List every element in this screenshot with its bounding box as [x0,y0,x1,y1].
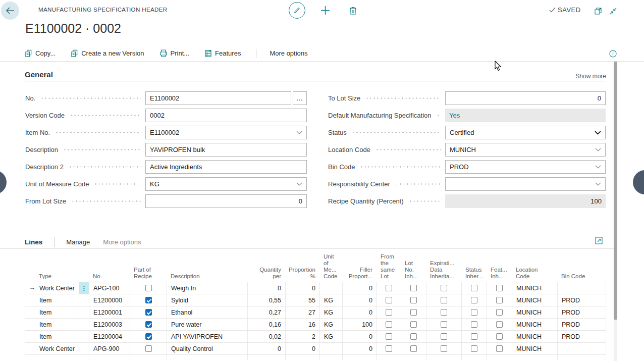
new-button[interactable] [319,4,332,17]
features-button[interactable]: Features [204,49,241,57]
cell-bin-code[interactable] [558,282,607,294]
cell-description[interactable]: API YAVIPROFEN [167,331,248,342]
part-of-recipe-checkbox[interactable] [145,309,152,316]
from-same-lot-checkbox[interactable] [386,321,392,328]
expand-lines-button[interactable] [595,236,603,245]
column-header-uom-code[interactable]: Unit of Me... Code [319,253,342,282]
status-select[interactable]: Certified [445,126,606,139]
cell-proportion[interactable]: 55 [286,294,320,306]
cell-uom-code[interactable]: KG [320,319,343,330]
status-inherit-checkbox[interactable] [471,297,477,303]
cell-description[interactable]: Syloid [167,294,248,306]
feature-inherit-checkbox[interactable] [496,345,503,352]
cell-type[interactable]: Item [25,306,79,318]
row-menu-button[interactable] [79,319,89,330]
cell-type[interactable]: Item [25,319,79,330]
cell-no[interactable]: E1200004 [89,331,130,342]
cell-description[interactable]: Quality Control [167,343,248,354]
description-input[interactable]: YAVIPROFEN bulk [145,143,307,157]
no-assist-edit-button[interactable]: … [293,91,307,105]
back-button[interactable] [1,2,19,20]
status-inherit-checkbox[interactable] [471,321,477,328]
item-no-dropdown[interactable]: E1100002 [145,126,307,139]
cell-description[interactable]: Weigh In [167,282,248,294]
cell-quantity-per[interactable]: 0,27 [248,306,286,318]
part-of-recipe-checkbox[interactable] [145,321,152,328]
feature-inherit-checkbox[interactable] [496,309,503,316]
from-same-lot-checkbox[interactable] [386,345,392,352]
cell-bin-code[interactable] [558,343,607,354]
create-version-button[interactable]: Create a new Version [71,49,144,57]
status-inherit-checkbox[interactable] [471,285,477,291]
no-input[interactable]: E1100002 [145,91,291,105]
delete-button[interactable] [347,5,359,17]
column-header-expiration-data-inherit[interactable]: Expirati... Data Inherita... [426,260,461,282]
lines-manage-button[interactable]: Manage [66,238,90,246]
column-header-status-inherit[interactable]: Status Inher... [461,267,487,282]
column-header-feature-inherit[interactable]: Feat... Inh... [487,267,512,282]
show-more-link[interactable]: Show more [575,73,606,80]
lines-more-options-button[interactable]: More options [103,238,141,246]
cell-location-code[interactable]: MUNICH [512,294,558,306]
cell-uom-code[interactable]: KG [320,331,343,342]
cell-quantity-per[interactable]: 0,55 [248,294,286,306]
cell-location-code[interactable]: MUNICH [512,319,558,330]
expiration-data-inherit-checkbox[interactable] [441,333,447,340]
cell-proportion[interactable]: 27 [286,306,320,318]
cell-location-code[interactable]: MUNICH [512,331,558,342]
feature-inherit-checkbox[interactable] [496,321,503,328]
cell-uom-code[interactable]: KG [320,294,343,306]
from-same-lot-checkbox[interactable] [386,297,392,303]
part-of-recipe-checkbox[interactable] [145,285,152,291]
feature-inherit-checkbox[interactable] [496,285,503,291]
lot-no-inherit-checkbox[interactable] [410,321,417,328]
expiration-data-inherit-checkbox[interactable] [441,345,447,352]
row-menu-button[interactable] [79,306,89,318]
cell-type[interactable]: Item [25,294,79,306]
cell-type[interactable]: Item [25,331,79,342]
cell-proportion[interactable]: 0 [286,282,320,294]
feature-inherit-checkbox[interactable] [496,297,503,303]
feature-inherit-checkbox[interactable] [496,333,503,340]
from-same-lot-checkbox[interactable] [386,285,392,291]
cell-no[interactable]: E1200001 [89,306,130,318]
default-manufacturing-specification-value[interactable]: Yes [449,112,460,119]
more-options-button[interactable]: More options [270,49,307,57]
expiration-data-inherit-checkbox[interactable] [441,297,447,303]
cell-filler-proportion[interactable]: 0 [343,294,377,306]
cell-uom-code[interactable] [320,343,343,354]
cell-proportion[interactable]: 2 [286,331,320,342]
popout-window-button[interactable] [593,6,603,16]
column-header-bin-code[interactable]: Bin Code [557,273,606,282]
lot-no-inherit-checkbox[interactable] [410,297,417,303]
cell-location-code[interactable]: MUNICH [512,343,558,354]
cell-uom-code[interactable]: KG [320,306,343,318]
column-header-quantity-per[interactable]: Quantity per [247,267,285,282]
unit-of-measure-dropdown[interactable]: KG [145,177,307,191]
cell-quantity-per[interactable]: 0,16 [248,319,286,330]
column-header-no[interactable]: No. [89,273,130,282]
part-of-recipe-checkbox[interactable] [145,333,152,340]
tab-lines[interactable]: Lines [25,238,42,246]
cell-filler-proportion[interactable]: 100 [343,319,377,330]
row-menu-button[interactable] [79,331,89,342]
description-2-input[interactable]: Active Ingredients [145,160,307,174]
cell-location-code[interactable]: MUNICH [512,306,558,318]
expiration-data-inherit-checkbox[interactable] [441,309,447,316]
status-inherit-checkbox[interactable] [471,309,477,316]
cell-no[interactable]: E1200000 [89,294,130,306]
cell-no[interactable]: APG-900 [89,343,130,354]
column-header-location-code[interactable]: Location Code [512,267,557,282]
info-button[interactable] [608,49,617,58]
copy-button[interactable]: Copy... [25,49,56,57]
version-code-input[interactable]: 0002 [145,109,307,122]
edge-nav-circle-left[interactable] [0,170,7,194]
cell-bin-code[interactable]: PROD [558,294,607,306]
expiration-data-inherit-checkbox[interactable] [441,321,447,328]
collapse-window-button[interactable] [608,6,618,16]
cell-no[interactable]: APG-100 [89,282,130,294]
cell-quantity-per[interactable]: 0 [248,343,286,354]
row-menu-button[interactable]: ⋮ [79,282,89,294]
part-of-recipe-checkbox[interactable] [145,345,152,352]
cell-type[interactable]: →Work Center [25,282,79,294]
